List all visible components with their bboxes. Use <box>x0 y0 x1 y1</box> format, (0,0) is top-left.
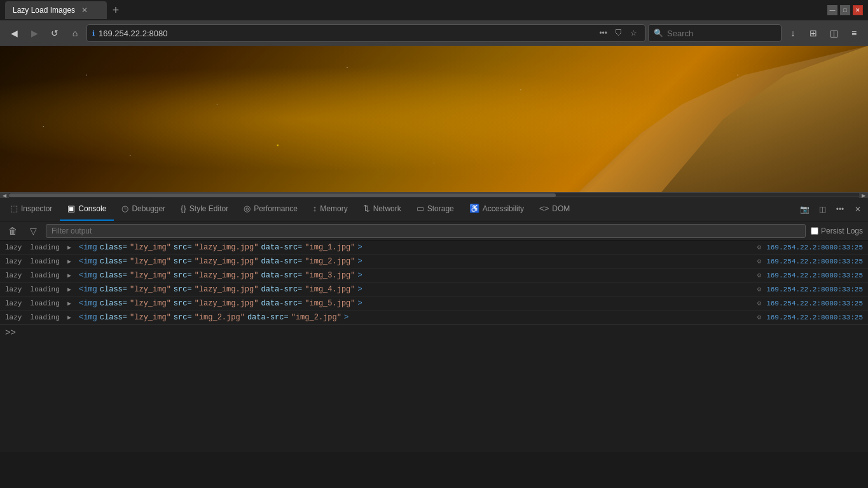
tab-style-editor[interactable]: {} Style Editor <box>173 198 236 221</box>
expand-icon[interactable]: ▶ <box>67 300 74 307</box>
console-row: lazy loading ▶ <img class="lzy_img" src=… <box>0 310 868 324</box>
filter-input[interactable] <box>46 224 806 238</box>
maximize-button[interactable]: □ <box>840 5 850 15</box>
expand-icon[interactable]: ▶ <box>67 314 74 321</box>
navigation-bar: ◀ ▶ ↺ ⌂ ℹ 169.254.22.2:8080 ••• ⛉ ☆ 🔍 ↓ … <box>0 20 868 46</box>
scroll-right-button[interactable]: ▶ <box>859 193 868 198</box>
memory-label: Memory <box>320 204 347 213</box>
log-settings-icon[interactable]: ⚙ <box>757 313 762 321</box>
console-row: lazy loading ▶ <img class="lzy_img" src=… <box>0 296 868 310</box>
search-bar[interactable]: 🔍 <box>648 24 782 42</box>
dom-icon: <> <box>539 204 549 213</box>
log-timestamp: 169.254.22.2:8080:33:25 <box>766 244 863 251</box>
network-icon: ⇅ <box>363 204 370 213</box>
tab-accessibility[interactable]: ♿ Accessibility <box>462 198 532 221</box>
log-content: <img class="lzy_img" src="lazy_img.jpg" … <box>79 299 752 308</box>
log-settings-icon[interactable]: ⚙ <box>757 243 762 251</box>
new-tab-button[interactable]: + <box>107 1 125 19</box>
log-content: <img class="lzy_img" src="lazy_img.jpg" … <box>79 271 752 280</box>
tab-debugger[interactable]: ◷ Debugger <box>114 198 173 221</box>
log-settings-icon[interactable]: ⚙ <box>757 257 762 265</box>
forward-button[interactable]: ▶ <box>25 24 43 42</box>
log-content: <img class="lzy_img" src="lazy_img.jpg" … <box>79 285 752 294</box>
log-type: lazy loading <box>5 286 62 293</box>
style-editor-icon: {} <box>181 204 186 213</box>
reload-button[interactable]: ↺ <box>46 24 64 42</box>
console-output: lazy loading ▶ <img class="lzy_img" src=… <box>0 241 868 452</box>
console-label: Console <box>78 204 106 213</box>
console-row: lazy loading ▶ <img class="lzy_img" src=… <box>0 268 868 282</box>
search-input[interactable] <box>667 29 776 38</box>
minimize-button[interactable]: — <box>827 5 837 15</box>
debugger-icon: ◷ <box>121 204 128 213</box>
toolbar-right: ↓ ⊞ ◫ ≡ <box>784 24 863 42</box>
log-timestamp: 169.254.22.2:8080:33:25 <box>766 286 863 293</box>
storage-icon: ▭ <box>417 204 424 213</box>
devtools-toolbar-right: 📷 ◫ ••• ✕ <box>797 202 865 217</box>
filter-toggle-button[interactable]: ▽ <box>25 223 41 239</box>
devtools-panel: ⬚ Inspector ▣ Console ◷ Debugger {} Styl… <box>0 197 868 452</box>
expand-icon[interactable]: ▶ <box>67 258 74 265</box>
style-editor-label: Style Editor <box>189 204 228 213</box>
tab-storage[interactable]: ▭ Storage <box>409 198 462 221</box>
persist-logs-container: Persist Logs <box>811 227 863 235</box>
star-button[interactable]: ☆ <box>628 27 640 39</box>
screenshot-button[interactable]: 📷 <box>797 202 812 217</box>
scroll-left-button[interactable]: ◀ <box>0 193 9 198</box>
console-row: lazy loading ▶ <img class="lzy_img" src=… <box>0 282 868 296</box>
log-content: <img class="lzy_img" src="lazy_img.jpg" … <box>79 243 752 252</box>
log-settings-icon[interactable]: ⚙ <box>757 299 762 307</box>
console-input-row[interactable]: >> <box>0 324 868 340</box>
active-tab[interactable]: Lazy Load Images ✕ <box>5 1 107 19</box>
search-icon: 🔍 <box>654 29 663 38</box>
console-row: lazy loading ▶ <img class="lzy_img" src=… <box>0 241 868 254</box>
close-button[interactable]: ✕ <box>853 5 863 15</box>
url-text: 169.254.22.2:8080 <box>99 29 593 38</box>
tab-console[interactable]: ▣ Console <box>60 198 114 221</box>
log-content: <img class="lzy_img" src="lazy_img.jpg" … <box>79 257 752 266</box>
tab-label: Lazy Load Images <box>13 6 75 15</box>
performance-label: Performance <box>254 204 298 213</box>
log-type: lazy loading <box>5 314 62 321</box>
persist-logs-label: Persist Logs <box>821 227 863 235</box>
log-settings-icon[interactable]: ⚙ <box>757 285 762 293</box>
console-prompt-icon: >> <box>5 328 16 338</box>
tab-inspector[interactable]: ⬚ Inspector <box>3 198 60 221</box>
tab-performance[interactable]: ◎ Performance <box>236 198 305 221</box>
more-url-button[interactable]: ••• <box>596 27 610 39</box>
log-settings-icon[interactable]: ⚙ <box>757 271 762 279</box>
expand-icon[interactable]: ▶ <box>67 244 74 251</box>
tab-network[interactable]: ⇅ Network <box>355 198 409 221</box>
memory-icon: ↕ <box>313 204 317 213</box>
tab-bar: Lazy Load Images ✕ + <box>5 1 827 19</box>
download-button[interactable]: ↓ <box>784 24 802 42</box>
tab-close-button[interactable]: ✕ <box>80 6 89 15</box>
devtools-more-button[interactable]: ••• <box>832 202 848 217</box>
horizontal-scrollbar[interactable]: ◀ ▶ <box>0 192 868 197</box>
log-timestamp: 169.254.22.2:8080:33:25 <box>766 314 863 321</box>
devtools-close-button[interactable]: ✕ <box>850 202 865 217</box>
log-type: lazy loading <box>5 300 62 307</box>
tab-dom[interactable]: <> DOM <box>532 198 577 221</box>
window-controls: — □ ✕ <box>827 5 863 15</box>
tab-memory[interactable]: ↕ Memory <box>305 198 355 221</box>
library-button[interactable]: ⊞ <box>804 24 822 42</box>
url-bar[interactable]: ℹ 169.254.22.2:8080 ••• ⛉ ☆ <box>86 24 645 42</box>
log-content: <img class="lzy_img" src="img_2.jpg" dat… <box>79 313 752 322</box>
home-button[interactable]: ⌂ <box>66 24 84 42</box>
clear-console-button[interactable]: 🗑 <box>5 223 20 239</box>
persist-logs-checkbox[interactable] <box>811 227 818 235</box>
inspector-icon: ⬚ <box>10 204 18 213</box>
log-type: lazy loading <box>5 244 62 251</box>
bookmark-button[interactable]: ⛉ <box>612 27 625 39</box>
expand-icon[interactable]: ▶ <box>67 286 74 293</box>
menu-button[interactable]: ≡ <box>845 24 863 42</box>
expand-icon[interactable]: ▶ <box>67 272 74 279</box>
storage-label: Storage <box>427 204 454 213</box>
devtools-tab-bar: ⬚ Inspector ▣ Console ◷ Debugger {} Styl… <box>0 197 868 221</box>
security-icon: ℹ <box>92 29 95 38</box>
sidebar-toggle-button[interactable]: ◫ <box>825 24 843 42</box>
scroll-thumb[interactable] <box>9 193 556 197</box>
responsive-design-button[interactable]: ◫ <box>815 202 830 217</box>
back-button[interactable]: ◀ <box>5 24 23 42</box>
